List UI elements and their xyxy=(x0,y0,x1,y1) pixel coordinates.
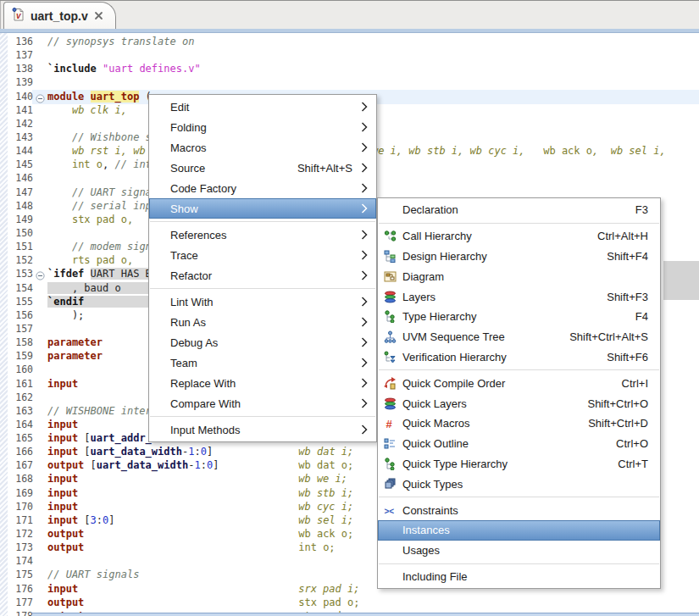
menu-item-macros[interactable]: Macros xyxy=(149,137,376,158)
code-text: parameter xyxy=(47,336,103,349)
submenu-arrow-icon xyxy=(361,163,373,173)
code-text: ); xyxy=(47,308,84,322)
menu-item-run-as[interactable]: Run As xyxy=(149,312,376,332)
menu-item-constraints[interactable]: ><Constraints xyxy=(378,500,660,520)
line-number: 177 xyxy=(8,596,36,609)
line-number: 173 xyxy=(8,541,36,554)
submenu-arrow-icon xyxy=(361,250,373,260)
line-number: 176 xyxy=(8,582,36,596)
menu-item-label: Instances xyxy=(402,524,450,536)
code-text: `include "uart defines.v" xyxy=(47,62,201,75)
line-number: 149 xyxy=(8,213,36,226)
menu-item-debug-as[interactable]: Debug As xyxy=(149,332,376,352)
menu-item-diagram[interactable]: Diagram xyxy=(378,266,660,286)
code-text: input wb cyc i; xyxy=(47,500,353,513)
menu-item-team[interactable]: Team xyxy=(149,352,376,373)
submenu-arrow-icon xyxy=(361,270,373,280)
editor-window: v uart_top.v 136// synopsys translate on… xyxy=(0,0,699,616)
code-text: `endif xyxy=(47,295,158,308)
line-number: 147 xyxy=(8,186,36,199)
code-text: // UART signals xyxy=(47,568,139,581)
submenu-arrow-icon xyxy=(361,102,373,112)
code-text: output int o; xyxy=(47,541,336,554)
menu-item-quick-macros[interactable]: #Quick MacrosShift+Ctrl+D xyxy=(378,413,660,434)
tab-uart-top[interactable]: v uart_top.v xyxy=(3,2,116,29)
close-tab-icon[interactable] xyxy=(94,11,103,20)
menu-item-quick-type-hierarchy[interactable]: Quick Type HierarchyCtrl+T xyxy=(378,454,660,474)
menu-item-quick-outline[interactable]: Quick OutlineCtrl+O xyxy=(378,434,660,454)
layers-icon xyxy=(383,291,397,303)
menu-item-layers[interactable]: LayersShift+F3 xyxy=(378,286,660,307)
quick-type-hierarchy-icon xyxy=(383,458,397,470)
line-number: 162 xyxy=(8,391,36,404)
menu-item-replace-with[interactable]: Replace With xyxy=(149,373,376,393)
tab-bar: v uart_top.v xyxy=(0,1,699,29)
menu-item-type-hierarchy[interactable]: Type HierarchyF4 xyxy=(378,307,660,327)
menu-item-call-hierarchy[interactable]: Call HierarchyCtrl+Alt+H xyxy=(378,226,660,247)
menu-item-source[interactable]: SourceShift+Alt+S xyxy=(149,158,376,178)
menu-item-label: Folding xyxy=(170,121,207,134)
menu-item-declaration[interactable]: DeclarationF3 xyxy=(378,200,660,220)
uvm-sequence-tree-icon xyxy=(383,330,397,343)
submenu-arrow-icon xyxy=(361,230,373,240)
menu-item-trace[interactable]: Trace xyxy=(149,245,376,265)
menu-item-input-methods[interactable]: Input Methods xyxy=(149,419,376,440)
menu-item-folding[interactable]: Folding xyxy=(149,117,376,137)
menu-item-edit[interactable]: Edit xyxy=(149,97,376,117)
menu-item-quick-compile-order[interactable]: Quick Compile OrderCtrl+I xyxy=(378,373,660,393)
shortcut-label: Shift+F3 xyxy=(607,291,660,303)
menu-item-lint-with[interactable]: Lint With xyxy=(149,291,376,312)
submenu-arrow-icon xyxy=(361,358,373,368)
submenu-arrow-icon xyxy=(361,337,373,347)
menu-item-label: Diagram xyxy=(402,270,444,283)
menu-item-uvm-sequence-tree[interactable]: UVM Sequence TreeShift+Ctrl+Alt+S xyxy=(378,327,660,347)
menu-item-verification-hierarchy[interactable]: Verification HierarchyShift+F6 xyxy=(378,347,660,368)
type-hierarchy-icon xyxy=(383,310,397,323)
constraints-icon: >< xyxy=(383,504,397,517)
menu-item-including-file[interactable]: Including File xyxy=(378,567,660,587)
code-text: input xyxy=(47,418,78,431)
menu-item-label: Input Methods xyxy=(170,424,240,436)
menu-item-refactor[interactable]: Refactor xyxy=(149,265,376,286)
line-number: 156 xyxy=(8,308,36,322)
line-number: 144 xyxy=(8,144,36,158)
menu-item-label: Quick Compile Order xyxy=(402,377,505,390)
line-number: 174 xyxy=(8,554,36,568)
menu-item-label: Run As xyxy=(170,316,206,329)
line-number: 175 xyxy=(8,568,36,581)
menu-item-label: Source xyxy=(170,162,205,175)
line-number: 172 xyxy=(8,527,36,541)
verilog-file-icon: v xyxy=(12,8,25,25)
line-number: 142 xyxy=(8,117,36,130)
menu-item-design-hierarchy[interactable]: Design HierarchyShift+F4 xyxy=(378,247,660,267)
menu-item-label: Team xyxy=(170,357,197,369)
code-line: 136// synopsys translate on xyxy=(0,35,699,48)
line-number: 146 xyxy=(8,171,36,185)
line-number: 155 xyxy=(8,295,36,308)
menu-item-usages[interactable]: Usages xyxy=(378,541,660,561)
menu-item-label: Debug As xyxy=(170,336,218,349)
menu-item-label: Quick Layers xyxy=(402,397,467,410)
line-number: 140 xyxy=(8,90,36,103)
menu-item-label: Verification Hierarchy xyxy=(402,351,507,363)
shortcut-label: Shift+F6 xyxy=(607,351,660,363)
shortcut-label: Ctrl+T xyxy=(618,458,660,470)
menu-item-quick-types[interactable]: Quick Types xyxy=(378,474,660,494)
menu-item-show[interactable]: Show xyxy=(149,198,376,219)
line-number: 168 xyxy=(8,472,36,486)
quick-compile-order-icon xyxy=(383,377,397,390)
menu-item-compare-with[interactable]: Compare With xyxy=(149,393,376,413)
code-text: output wb ack o; xyxy=(47,527,353,541)
menu-item-label: Trace xyxy=(170,249,198,262)
vertical-scrollbar-thumb[interactable] xyxy=(663,261,699,300)
shortcut-label: Shift+Ctrl+Alt+S xyxy=(569,330,660,343)
menu-item-quick-layers[interactable]: Quick LayersShift+Ctrl+O xyxy=(378,393,660,413)
menu-item-code-factory[interactable]: Code Factory xyxy=(149,178,376,198)
menu-item-label: Type Hierarchy xyxy=(402,310,476,323)
horizontal-scrollbar[interactable] xyxy=(32,613,699,616)
menu-item-label: Replace With xyxy=(170,377,236,390)
menu-item-instances[interactable]: Instances xyxy=(378,520,660,541)
code-text: output [uart_data_width-1:0] wb dat o; xyxy=(47,458,353,472)
submenu-arrow-icon xyxy=(361,142,373,153)
menu-item-references[interactable]: References xyxy=(149,225,376,245)
